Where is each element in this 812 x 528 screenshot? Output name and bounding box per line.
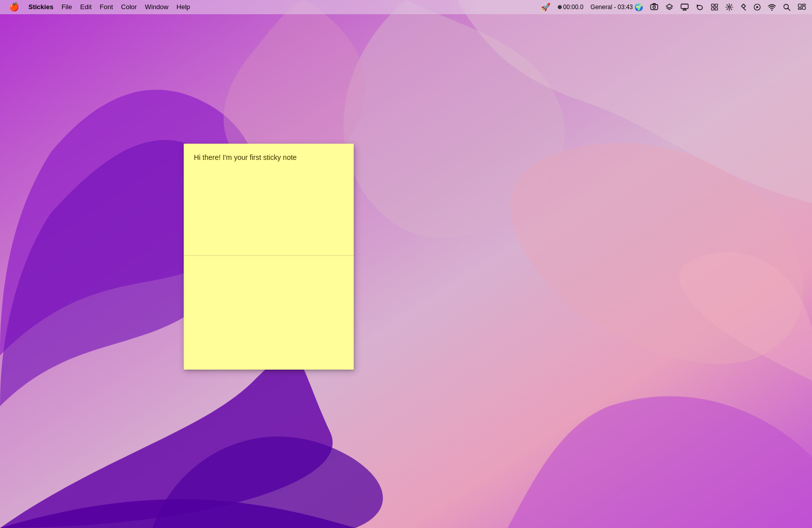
sticky-note-bottom [184, 256, 354, 370]
sticky-note[interactable]: Hi there! I'm your first sticky note [184, 144, 354, 370]
help-menu[interactable]: Help [173, 1, 194, 14]
sticky-note-top: Hi there! I'm your first sticky note [184, 144, 354, 255]
svg-rect-1 [651, 5, 658, 10]
tools-icon[interactable] [723, 3, 735, 11]
svg-rect-7 [715, 8, 718, 10]
play-icon[interactable] [752, 4, 763, 11]
svg-rect-3 [681, 4, 688, 9]
clock-display[interactable]: General - 03:43 🌍 [589, 3, 645, 11]
menubar-right: 🚀 00:00.0 General - 03:43 🌍 [539, 3, 808, 12]
menubar-left: 🍎 Stickies File Edit Font Color Window H… [4, 1, 539, 14]
layers-icon[interactable] [663, 3, 675, 11]
recording-time: 00:00.0 [563, 4, 584, 11]
app-name[interactable]: Stickies [24, 1, 57, 14]
lasso-icon[interactable] [694, 3, 706, 11]
wifi-icon[interactable] [766, 4, 778, 11]
color-menu[interactable]: Color [117, 1, 141, 14]
desktop: Hi there! I'm your first sticky note [0, 14, 812, 528]
display-icon[interactable] [679, 4, 691, 11]
rocket-icon[interactable]: 🚀 [539, 3, 553, 12]
file-menu[interactable]: File [57, 1, 76, 14]
svg-rect-6 [712, 8, 714, 10]
bluetooth-icon[interactable] [738, 3, 749, 11]
svg-rect-4 [712, 4, 714, 7]
window-menu[interactable]: Window [141, 1, 173, 14]
recording-indicator[interactable]: 00:00.0 [556, 4, 586, 11]
svg-point-2 [653, 6, 656, 9]
svg-rect-15 [802, 7, 805, 10]
svg-point-8 [728, 6, 730, 8]
svg-rect-14 [798, 8, 801, 10]
search-icon[interactable] [781, 4, 793, 11]
clock-text: General - 03:43 [591, 4, 633, 11]
sticky-note-text: Hi there! I'm your first sticky note [194, 153, 344, 163]
apple-menu[interactable]: 🍎 [4, 2, 24, 13]
svg-rect-13 [802, 4, 805, 6]
globe-icon: 🌍 [634, 3, 643, 11]
control-center-icon[interactable] [796, 4, 808, 11]
edit-menu[interactable]: Edit [76, 1, 95, 14]
svg-rect-12 [798, 4, 801, 7]
recording-dot [558, 5, 562, 9]
apps-icon[interactable] [709, 4, 720, 11]
font-menu[interactable]: Font [96, 1, 117, 14]
svg-rect-5 [715, 4, 718, 7]
screenshot-icon[interactable] [648, 3, 660, 11]
menubar: 🍎 Stickies File Edit Font Color Window H… [0, 0, 812, 14]
svg-point-10 [771, 10, 772, 11]
